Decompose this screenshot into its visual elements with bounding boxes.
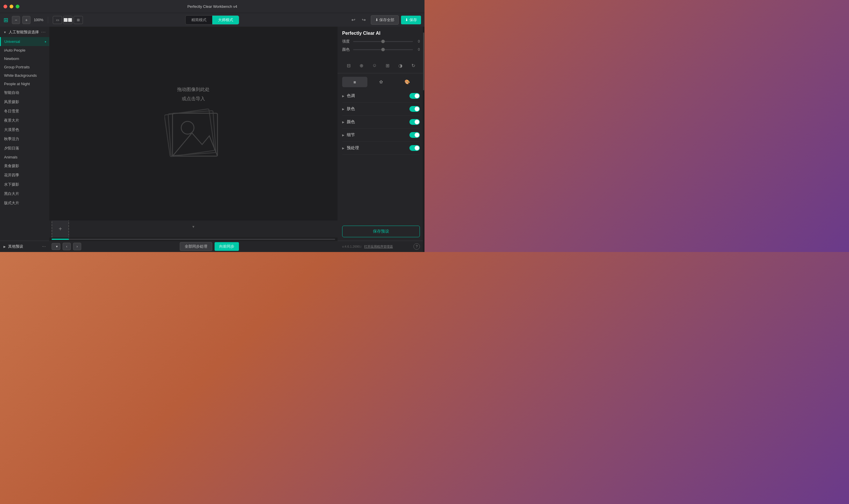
tab-icons-row: ≡ ✿ 🎨 (337, 76, 424, 90)
svg-rect-0 (164, 109, 214, 157)
help-button[interactable]: ? (414, 243, 420, 250)
sidebar-list: iAuto People Newborn Group Portraits Whi… (0, 46, 49, 241)
simple-mode-button[interactable]: 精简模式 (186, 16, 212, 24)
intensity-label: 强度 (342, 39, 351, 44)
crop-icon-button[interactable]: ⊕ (357, 60, 367, 71)
sidebar-item-huakai-siji[interactable]: 花开四季 (0, 170, 49, 180)
intensity-slider[interactable] (353, 41, 413, 42)
sidebar-item-zhineng-zidong[interactable]: 智能自动 (0, 88, 49, 97)
filmstrip-prev-button[interactable]: ‹ (63, 243, 71, 250)
sidebar-item-fengjing-sheying[interactable]: 风景摄影 (0, 97, 49, 107)
close-button[interactable] (3, 5, 7, 8)
adj-skin-toggle[interactable] (410, 106, 420, 112)
filmstrip-controls: ▾ ‹ › 全部同步处理 向前同步 (49, 241, 337, 252)
color-ai-slider-thumb[interactable] (381, 48, 385, 51)
sidebar-more-button[interactable]: ··· (41, 30, 46, 35)
minimize-button[interactable] (10, 5, 13, 8)
sidebar-item-damo-jinse[interactable]: 大漠景色 (0, 125, 49, 134)
expand-icon-button[interactable]: ⊞ (382, 60, 393, 71)
dual-view-button[interactable]: ⬜⬜ (63, 16, 72, 24)
app-manager-link[interactable]: 打开应用程序管理器 (364, 245, 393, 249)
adj-tone-toggle[interactable] (410, 93, 420, 99)
zoom-out-button[interactable]: − (12, 16, 20, 24)
filmstrip-scrollbar[interactable] (49, 237, 337, 241)
zoom-in-button[interactable]: + (22, 16, 31, 24)
adj-color-expand-icon[interactable]: ▶ (342, 121, 345, 124)
effects-tab-button[interactable]: ✿ (368, 77, 394, 87)
color-ai-value: 0 (415, 48, 420, 52)
sidebar-other-presets-label: 其他预设 (8, 244, 23, 249)
redo-button[interactable]: ↪ (359, 15, 368, 24)
adj-tone-expand-icon[interactable]: ▶ (342, 94, 345, 97)
sidebar-item-newborn[interactable]: Newborn (0, 54, 49, 63)
sidebar-selected-label: Universal (4, 39, 20, 44)
sidebar-bottom-more-button[interactable]: ··· (42, 244, 46, 249)
sidebar-item-iauto-people[interactable]: iAuto People (0, 46, 49, 54)
filmstrip-next-button[interactable]: › (73, 243, 81, 250)
sidebar-item-bianshi-dapian[interactable]: 版式大片 (0, 198, 49, 208)
save-button[interactable]: ⬇ 保存 (401, 16, 421, 24)
sync-forward-button[interactable]: 向前同步 (214, 242, 239, 251)
sidebar-selected-item[interactable]: Universal ▸ (0, 37, 49, 46)
intensity-slider-thumb[interactable] (381, 40, 385, 43)
adj-preprocess-toggle[interactable] (410, 145, 420, 151)
color-tab-button[interactable]: 🎨 (395, 77, 420, 87)
sidebar-item-people-at-night[interactable]: People at Night (0, 80, 49, 88)
add-image-button[interactable]: + (52, 220, 69, 237)
sidebar-item-shuixia-sheying[interactable]: 水下摄影 (0, 180, 49, 189)
adj-preprocess-expand-icon[interactable]: ▶ (342, 147, 345, 150)
layout-icon-button[interactable]: ⊟ (343, 60, 354, 71)
version-bar: v:4.6.1.2690.i 打开应用程序管理器 ? (337, 241, 424, 252)
svg-point-3 (181, 121, 194, 134)
master-mode-button[interactable]: 大师模式 (212, 16, 239, 24)
zoom-value: 100% (33, 18, 45, 22)
save-all-button[interactable]: ⬇ 保存全部 (371, 15, 399, 24)
sidebar: ▼ 人工智能预设选择 ··· Universal ▸ iAuto People … (0, 26, 49, 252)
sidebar-item-yejing-dapian[interactable]: 夜景大片 (0, 116, 49, 125)
contrast-icon-button[interactable]: ◑ (395, 60, 406, 71)
save-preset-button[interactable]: 保存预设 (342, 226, 420, 237)
batch-process-button[interactable]: 全部同步处理 (180, 242, 212, 251)
sidebar-section-header: ▼ 人工智能预设选择 ··· (0, 26, 49, 37)
toolbar: ⊞ − + 100% ▭ ⬜⬜ ⊞ 精简模式 大师模式 ↩ ↪ ⬇ 保存全部 ⬇… (0, 13, 424, 26)
face-icon-button[interactable]: ☺ (369, 60, 380, 71)
undo-button[interactable]: ↩ (349, 15, 358, 24)
adj-detail-toggle-knob (415, 133, 419, 137)
sidebar-item-heibai-dapian[interactable]: 黑白大片 (0, 189, 49, 198)
adj-detail-toggle[interactable] (410, 132, 420, 138)
quad-view-button[interactable]: ⊞ (74, 16, 83, 24)
adj-detail-expand-icon[interactable]: ▶ (342, 133, 345, 137)
right-panel: Perfectly Clear AI 强度 0 颜色 0 ⊟ ⊕ ☺ (337, 26, 424, 252)
sidebar-item-animals[interactable]: Animals (0, 153, 49, 161)
main-layout: ▼ 人工智能预设选择 ··· Universal ▸ iAuto People … (0, 26, 424, 252)
canvas-placeholder-image (164, 107, 222, 162)
adjustments-tab-button[interactable]: ≡ (342, 77, 367, 87)
adj-skin-row: ▶ 肤色 (342, 103, 420, 115)
canvas-area[interactable]: 拖动图像到此处 或点击导入 ▼ (49, 26, 337, 252)
fullscreen-button[interactable] (16, 5, 19, 8)
sidebar-item-xiyang-riluo[interactable]: 夕阳日落 (0, 144, 49, 153)
traffic-lights (3, 5, 19, 8)
adj-skin-expand-icon[interactable]: ▶ (342, 107, 345, 111)
single-view-button[interactable]: ▭ (53, 16, 62, 24)
mode-buttons: 精简模式 大师模式 (185, 15, 239, 24)
rotate-icon-button[interactable]: ↻ (408, 60, 419, 71)
adj-skin-toggle-knob (415, 107, 419, 111)
sidebar-item-qiuji-huoli[interactable]: 秋季活力 (0, 134, 49, 144)
sidebar-item-white-backgrounds[interactable]: White Backgrounds (0, 71, 49, 80)
adj-preprocess-label: 预处理 (347, 145, 410, 150)
adj-color-toggle[interactable] (410, 119, 420, 125)
right-scrollbar[interactable] (423, 26, 424, 252)
filmstrip-filter-dropdown[interactable]: ▾ (52, 243, 60, 250)
adj-detail-label: 细节 (347, 132, 410, 138)
adj-preprocess-row: ▶ 预处理 (342, 142, 420, 155)
canvas-drop-zone[interactable]: 拖动图像到此处 或点击导入 (49, 26, 337, 220)
sidebar-item-meishi-sheying[interactable]: 美食摄影 (0, 161, 49, 170)
adj-skin-label: 肤色 (347, 106, 410, 111)
adj-color-toggle-knob (415, 120, 419, 124)
color-ai-slider[interactable] (353, 49, 413, 50)
adj-detail-row: ▶ 细节 (342, 129, 420, 142)
sidebar-item-group-portraits[interactable]: Group Portraits (0, 63, 49, 71)
sidebar-item-dongri-xuejing[interactable]: 冬日雪景 (0, 107, 49, 116)
undo-redo-group: ↩ ↪ (349, 15, 368, 24)
